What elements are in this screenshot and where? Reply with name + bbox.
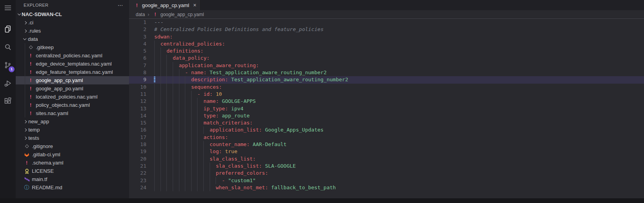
code-line-5[interactable]: 5definitions: (129, 48, 644, 55)
tree-file-centralized-policies-nac-yaml[interactable]: !centralized_policies.nac.yaml (16, 51, 129, 60)
line-number: 1 (129, 19, 154, 26)
indent-guide (154, 134, 161, 141)
tree-file--gitlab-ci-yml[interactable]: .gitlab-ci.yml (16, 150, 129, 159)
code-line-12[interactable]: 12name: GOOLGE-APPS (129, 98, 644, 105)
tab-google-app-cp-yaml[interactable]: ! google_app_cp.yaml × (129, 0, 201, 10)
activity-explorer-button[interactable] (0, 22, 16, 38)
code-token: actions: (203, 134, 228, 141)
yaml-file-icon: ! (134, 2, 140, 8)
indent-guide (154, 91, 161, 98)
more-actions-icon[interactable]: ⋯ (116, 2, 125, 8)
indent-guide (173, 134, 179, 141)
indent-guide (161, 184, 167, 191)
tree-file-edge-feature-templates-nac-yaml[interactable]: !edge_feature_templates.nac.yaml (16, 68, 129, 76)
files-icon (4, 25, 12, 35)
tree-folder-data[interactable]: data (16, 35, 129, 43)
tree-file--gitkeep[interactable]: .gitkeep (16, 43, 129, 51)
activity-source-control-button[interactable]: 1 (0, 58, 16, 74)
code-line-7[interactable]: 7application_aware_routing: (129, 62, 644, 69)
indent-guide (166, 148, 173, 155)
line-content: - "custom1" (154, 177, 256, 184)
tree-folder-nac-sdwan-cl[interactable]: NAC-SDWAN-CL (16, 10, 129, 18)
tree-file-main-tf[interactable]: main.tf (16, 175, 129, 183)
tree-folder-tests[interactable]: tests (16, 134, 129, 142)
indent-guide (179, 84, 185, 91)
code-token: Test_application_aware_routing_number2 (228, 76, 348, 83)
tree-item-label: edge_feature_templates.nac.yaml (36, 69, 113, 75)
code-line-16[interactable]: 16application_list: Google_Apps_Updates (129, 126, 644, 134)
tree-indent-guide (25, 93, 25, 101)
tree-folder-temp[interactable]: temp (16, 126, 129, 134)
code-token: log: (210, 148, 222, 155)
activity-extensions-button[interactable] (0, 94, 16, 110)
activity-menu-button[interactable] (0, 1, 16, 16)
indent-guide (166, 155, 173, 163)
tree-file-policy-objects-nac-yaml[interactable]: !policy_objects.nac.yaml (16, 101, 129, 109)
tree-file-license[interactable]: LICENSE (16, 167, 129, 175)
indent-guide (173, 62, 179, 69)
breadcrumb-file[interactable]: google_app_cp.yaml (161, 12, 204, 17)
indent-guide (179, 141, 185, 148)
tree-file-edge-device-templates-nac-yaml[interactable]: !edge_device_templates.nac.yaml (16, 60, 129, 68)
line-number: 8 (129, 69, 154, 76)
code-line-20[interactable]: 20sla_class_list: (129, 155, 644, 163)
code-line-2[interactable]: 2# Centralized Policies Definitions and … (129, 26, 644, 33)
code-token: AAR-Default (250, 141, 287, 148)
line-content: sdwan: (154, 33, 173, 40)
tree-folder-new-app[interactable]: new_app (16, 117, 129, 126)
indent-guide (173, 184, 179, 191)
tree-file--gitignore[interactable]: .gitignore (16, 142, 129, 150)
code-line-8[interactable]: 8- name: Test_application_aware_routing_… (129, 69, 644, 76)
editor-pane: ! google_app_cp.yaml × data › ! google_a… (129, 0, 644, 203)
tree-file-google-app-po-yaml[interactable]: !google_app_po.yaml (16, 84, 129, 93)
code-line-23[interactable]: 23- "custom1" (129, 177, 644, 184)
code-line-15[interactable]: 15match_criterias: (129, 119, 644, 126)
tree-item-label: google_app_po.yaml (36, 86, 83, 91)
code-line-13[interactable]: 13ip_type: ipv4 (129, 105, 644, 112)
tree-folder--ci[interactable]: .ci (16, 18, 129, 27)
indent-guide (179, 163, 185, 170)
code-line-24[interactable]: 24when_sla_not_met: fallback_to_best_pat… (129, 184, 644, 191)
tree-file--schema-yaml[interactable]: !.schema.yaml (16, 159, 129, 167)
indent-guide (179, 105, 185, 112)
indent-guide (166, 184, 173, 191)
code-line-6[interactable]: 6data_policy: (129, 55, 644, 62)
code-line-17[interactable]: 17actions: (129, 134, 644, 141)
code-line-11[interactable]: 11- id: 10 (129, 91, 644, 98)
tree-file-readme-md[interactable]: ⓘREADME.md (16, 183, 129, 192)
indent-guide (173, 119, 179, 126)
indent-guide (185, 155, 191, 163)
tree-file-google-app-cp-yaml[interactable]: !google_app_cp.yaml (16, 76, 129, 84)
indent-guide (166, 69, 173, 76)
code-line-22[interactable]: 22preferred_colors: (129, 170, 644, 177)
code-line-14[interactable]: 14type: app_route (129, 112, 644, 119)
tree-file-sites-nac-yaml[interactable]: !sites.nac.yaml (16, 109, 129, 117)
tree-item-label: .schema.yaml (32, 160, 63, 166)
code-line-19[interactable]: 19log: true (129, 148, 644, 155)
code-line-3[interactable]: 3sdwan: (129, 33, 644, 40)
code-token: --- (154, 19, 163, 26)
activity-search-button[interactable] (0, 40, 16, 56)
tree-file-localized-policies-nac-yaml[interactable]: !localized_policies.nac.yaml (16, 93, 129, 101)
yaml-icon: ! (28, 102, 34, 108)
activity-bar: 1 (0, 0, 16, 203)
code-line-9[interactable]: 9description: Test_application_aware_rou… (129, 76, 644, 83)
tree-item-label: edge_device_templates.nac.yaml (36, 61, 112, 67)
activity-run-debug-button[interactable] (0, 76, 16, 92)
tree-item-label: .rules (28, 28, 41, 34)
code-line-10[interactable]: 10sequences: (129, 84, 644, 91)
indent-guide (166, 84, 173, 91)
line-content: when_sla_not_met: fallback_to_best_path (154, 184, 336, 191)
yaml-icon: ! (28, 77, 34, 84)
code-editor[interactable]: 1---2# Centralized Policies Definitions … (129, 19, 644, 203)
breadcrumb-folder[interactable]: data (136, 12, 145, 17)
close-icon[interactable]: × (193, 2, 196, 8)
tree-indent-guide (25, 60, 25, 68)
tree-folder--rules[interactable]: .rules (16, 27, 129, 35)
code-line-4[interactable]: 4centralized_policies: (129, 40, 644, 48)
indent-guide (185, 91, 191, 98)
indent-guide (185, 84, 191, 91)
code-line-21[interactable]: 21sla_class_list: SLA-GOOGLE (129, 163, 644, 170)
code-line-1[interactable]: 1--- (129, 19, 644, 26)
code-line-18[interactable]: 18counter_name: AAR-Default (129, 141, 644, 148)
